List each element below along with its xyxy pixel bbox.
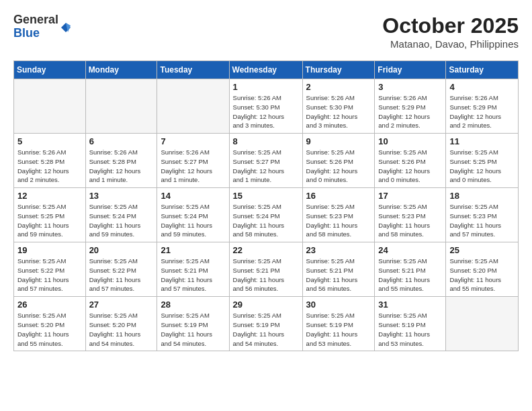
logo-blue: Blue	[13, 27, 58, 40]
day-info: Sunrise: 5:25 AM Sunset: 5:24 PM Dayligh…	[161, 202, 225, 239]
calendar-cell: 17Sunrise: 5:25 AM Sunset: 5:23 PM Dayli…	[375, 188, 446, 242]
day-number: 31	[378, 300, 442, 310]
day-number: 16	[306, 191, 371, 201]
day-info: Sunrise: 5:25 AM Sunset: 5:27 PM Dayligh…	[233, 148, 299, 185]
day-info: Sunrise: 5:25 AM Sunset: 5:23 PM Dayligh…	[449, 202, 515, 239]
calendar-week-4: 19Sunrise: 5:25 AM Sunset: 5:22 PM Dayli…	[14, 242, 519, 297]
day-info: Sunrise: 5:25 AM Sunset: 5:25 PM Dayligh…	[17, 202, 82, 239]
page-header: General Blue October 2025 Matanao, Davao…	[13, 13, 519, 50]
calendar-cell: 27Sunrise: 5:25 AM Sunset: 5:20 PM Dayli…	[85, 297, 157, 351]
day-info: Sunrise: 5:26 AM Sunset: 5:30 PM Dayligh…	[233, 93, 299, 130]
calendar-cell: 11Sunrise: 5:25 AM Sunset: 5:25 PM Dayli…	[446, 134, 519, 188]
weekday-header-saturday: Saturday	[446, 61, 519, 79]
day-number: 17	[378, 191, 442, 201]
day-info: Sunrise: 5:25 AM Sunset: 5:21 PM Dayligh…	[378, 257, 442, 293]
weekday-header-wednesday: Wednesday	[229, 61, 302, 79]
day-number: 7	[161, 136, 225, 146]
day-info: Sunrise: 5:26 AM Sunset: 5:30 PM Dayligh…	[306, 93, 371, 130]
calendar-cell: 30Sunrise: 5:25 AM Sunset: 5:19 PM Dayli…	[302, 297, 375, 351]
calendar-cell	[14, 79, 86, 134]
day-number: 11	[449, 136, 515, 146]
day-info: Sunrise: 5:26 AM Sunset: 5:28 PM Dayligh…	[89, 148, 154, 185]
day-number: 28	[161, 300, 225, 310]
day-info: Sunrise: 5:25 AM Sunset: 5:21 PM Dayligh…	[233, 257, 299, 293]
calendar-cell: 20Sunrise: 5:25 AM Sunset: 5:22 PM Dayli…	[85, 242, 157, 297]
day-info: Sunrise: 5:26 AM Sunset: 5:29 PM Dayligh…	[378, 93, 442, 130]
day-info: Sunrise: 5:25 AM Sunset: 5:23 PM Dayligh…	[306, 202, 371, 239]
calendar-cell: 23Sunrise: 5:25 AM Sunset: 5:21 PM Dayli…	[302, 242, 375, 297]
calendar-cell: 9Sunrise: 5:25 AM Sunset: 5:26 PM Daylig…	[302, 134, 375, 188]
day-info: Sunrise: 5:25 AM Sunset: 5:20 PM Dayligh…	[89, 311, 154, 348]
day-info: Sunrise: 5:25 AM Sunset: 5:24 PM Dayligh…	[89, 202, 154, 239]
day-number: 9	[306, 136, 371, 146]
day-info: Sunrise: 5:26 AM Sunset: 5:28 PM Dayligh…	[17, 148, 82, 185]
calendar-cell	[85, 79, 157, 134]
day-info: Sunrise: 5:25 AM Sunset: 5:22 PM Dayligh…	[17, 257, 82, 293]
day-number: 23	[306, 245, 371, 255]
day-info: Sunrise: 5:25 AM Sunset: 5:25 PM Dayligh…	[449, 148, 515, 185]
day-number: 21	[161, 245, 225, 255]
calendar-cell: 10Sunrise: 5:25 AM Sunset: 5:26 PM Dayli…	[375, 134, 446, 188]
day-number: 15	[233, 191, 299, 201]
day-number: 10	[378, 136, 442, 146]
calendar-cell: 3Sunrise: 5:26 AM Sunset: 5:29 PM Daylig…	[375, 79, 446, 134]
calendar-cell: 28Sunrise: 5:25 AM Sunset: 5:19 PM Dayli…	[157, 297, 229, 351]
weekday-header-monday: Monday	[85, 61, 157, 79]
calendar-cell: 31Sunrise: 5:25 AM Sunset: 5:19 PM Dayli…	[375, 297, 446, 351]
calendar-week-5: 26Sunrise: 5:25 AM Sunset: 5:20 PM Dayli…	[14, 297, 519, 351]
calendar-cell: 22Sunrise: 5:25 AM Sunset: 5:21 PM Dayli…	[229, 242, 302, 297]
day-number: 22	[233, 245, 299, 255]
calendar-cell: 24Sunrise: 5:25 AM Sunset: 5:21 PM Dayli…	[375, 242, 446, 297]
calendar-cell: 15Sunrise: 5:25 AM Sunset: 5:24 PM Dayli…	[229, 188, 302, 242]
day-number: 20	[89, 245, 154, 255]
calendar-cell: 16Sunrise: 5:25 AM Sunset: 5:23 PM Dayli…	[302, 188, 375, 242]
calendar-week-3: 12Sunrise: 5:25 AM Sunset: 5:25 PM Dayli…	[14, 188, 519, 242]
day-info: Sunrise: 5:25 AM Sunset: 5:21 PM Dayligh…	[161, 257, 225, 293]
weekday-header-thursday: Thursday	[302, 61, 375, 79]
calendar-cell: 6Sunrise: 5:26 AM Sunset: 5:28 PM Daylig…	[85, 134, 157, 188]
day-number: 26	[17, 300, 82, 310]
weekday-header-tuesday: Tuesday	[157, 61, 229, 79]
day-info: Sunrise: 5:25 AM Sunset: 5:19 PM Dayligh…	[306, 311, 371, 348]
day-info: Sunrise: 5:25 AM Sunset: 5:19 PM Dayligh…	[233, 311, 299, 348]
calendar-table: SundayMondayTuesdayWednesdayThursdayFrid…	[13, 60, 519, 351]
logo: General Blue	[13, 13, 72, 40]
day-number: 19	[17, 245, 82, 255]
calendar-cell: 18Sunrise: 5:25 AM Sunset: 5:23 PM Dayli…	[446, 188, 519, 242]
logo-icon	[60, 21, 72, 34]
calendar-cell: 14Sunrise: 5:25 AM Sunset: 5:24 PM Dayli…	[157, 188, 229, 242]
calendar-cell: 26Sunrise: 5:25 AM Sunset: 5:20 PM Dayli…	[14, 297, 86, 351]
calendar-cell: 4Sunrise: 5:26 AM Sunset: 5:29 PM Daylig…	[446, 79, 519, 134]
calendar-cell: 13Sunrise: 5:25 AM Sunset: 5:24 PM Dayli…	[85, 188, 157, 242]
day-number: 18	[449, 191, 515, 201]
day-info: Sunrise: 5:25 AM Sunset: 5:22 PM Dayligh…	[89, 257, 154, 293]
day-number: 12	[17, 191, 82, 201]
month-title: October 2025	[382, 13, 519, 38]
day-number: 1	[233, 82, 299, 92]
calendar-week-1: 1Sunrise: 5:26 AM Sunset: 5:30 PM Daylig…	[14, 79, 519, 134]
day-number: 5	[17, 136, 82, 146]
day-number: 14	[161, 191, 225, 201]
calendar-cell: 12Sunrise: 5:25 AM Sunset: 5:25 PM Dayli…	[14, 188, 86, 242]
weekday-header-sunday: Sunday	[14, 61, 86, 79]
day-number: 25	[449, 245, 515, 255]
calendar-cell: 2Sunrise: 5:26 AM Sunset: 5:30 PM Daylig…	[302, 79, 375, 134]
calendar-cell: 21Sunrise: 5:25 AM Sunset: 5:21 PM Dayli…	[157, 242, 229, 297]
calendar-cell: 1Sunrise: 5:26 AM Sunset: 5:30 PM Daylig…	[229, 79, 302, 134]
day-info: Sunrise: 5:25 AM Sunset: 5:20 PM Dayligh…	[17, 311, 82, 348]
calendar-cell: 25Sunrise: 5:25 AM Sunset: 5:20 PM Dayli…	[446, 242, 519, 297]
day-number: 30	[306, 300, 371, 310]
day-info: Sunrise: 5:26 AM Sunset: 5:27 PM Dayligh…	[161, 148, 225, 185]
day-info: Sunrise: 5:25 AM Sunset: 5:24 PM Dayligh…	[233, 202, 299, 239]
weekday-header-friday: Friday	[375, 61, 446, 79]
calendar-header-row: SundayMondayTuesdayWednesdayThursdayFrid…	[14, 61, 519, 79]
day-number: 6	[89, 136, 154, 146]
day-number: 13	[89, 191, 154, 201]
calendar-cell	[446, 297, 519, 351]
day-number: 8	[233, 136, 299, 146]
day-number: 4	[449, 82, 515, 92]
day-info: Sunrise: 5:25 AM Sunset: 5:26 PM Dayligh…	[378, 148, 442, 185]
day-info: Sunrise: 5:26 AM Sunset: 5:29 PM Dayligh…	[449, 93, 515, 130]
day-number: 29	[233, 300, 299, 310]
title-block: October 2025 Matanao, Davao, Philippines	[382, 13, 519, 50]
